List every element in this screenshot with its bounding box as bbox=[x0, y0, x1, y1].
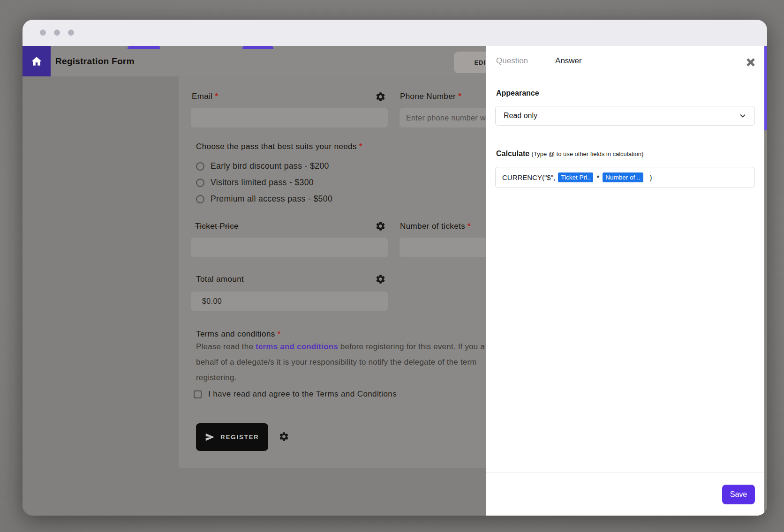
formula-operator: * bbox=[596, 173, 599, 181]
total-amount-label: Total amount bbox=[196, 275, 244, 284]
window-dot bbox=[68, 30, 74, 36]
appearance-selected-value: Read only bbox=[504, 112, 739, 120]
gear-icon bbox=[375, 91, 386, 102]
required-asterisk: * bbox=[467, 222, 471, 231]
radio-visitors-limited[interactable]: Visitors limited pass - $300 bbox=[196, 178, 314, 187]
total-amount-input[interactable]: $0.00 bbox=[191, 292, 388, 311]
window-control-dots bbox=[40, 30, 74, 36]
formula-field-chip-num-tickets[interactable]: Number of .. bbox=[603, 172, 643, 182]
gear-icon bbox=[375, 221, 386, 232]
field-settings-panel: Question Answer Appearance Read only Cal… bbox=[486, 46, 764, 516]
appearance-label: Appearance bbox=[496, 89, 539, 97]
gear-icon bbox=[279, 431, 289, 442]
calculate-formula-input[interactable]: CURRENCY("$",Ticket Pri..*Number of ..) bbox=[495, 167, 755, 188]
phone-label: Phone Number* bbox=[400, 92, 461, 101]
formula-prefix: CURRENCY("$", bbox=[502, 173, 555, 181]
terms-line-3: registering. bbox=[196, 370, 485, 385]
appearance-select[interactable]: Read only bbox=[495, 106, 755, 126]
window-dot bbox=[40, 30, 46, 36]
terms-line-1: Please read the terms and conditions bef… bbox=[196, 339, 485, 354]
close-panel-button[interactable] bbox=[746, 57, 756, 67]
required-asterisk: * bbox=[359, 142, 362, 151]
tab-answer[interactable]: Answer bbox=[555, 56, 582, 66]
ticket-price-settings-gear[interactable] bbox=[375, 221, 386, 232]
required-asterisk: * bbox=[458, 92, 461, 101]
tab-question[interactable]: Question bbox=[496, 56, 528, 66]
formula-field-chip-ticket-price[interactable]: Ticket Pri.. bbox=[558, 172, 593, 182]
email-settings-gear[interactable] bbox=[375, 91, 386, 102]
calculate-hint: (Type @ to use other fields in calculati… bbox=[532, 150, 644, 157]
calculate-label: Calculate (Type @ to use other fields in… bbox=[496, 150, 643, 158]
terms-paragraph: Please read the terms and conditions bef… bbox=[196, 339, 485, 385]
ticket-price-input[interactable] bbox=[191, 238, 388, 257]
register-settings-gear[interactable] bbox=[279, 431, 289, 442]
browser-window: Registration Form EDIT Email* Phone Numb… bbox=[23, 20, 767, 516]
page-edge-strip bbox=[764, 46, 767, 516]
radio-icon[interactable] bbox=[196, 195, 204, 203]
required-asterisk: * bbox=[278, 330, 281, 338]
radio-early-bird[interactable]: Early bird discount pass - $200 bbox=[196, 161, 329, 171]
save-button[interactable]: Save bbox=[722, 485, 755, 504]
radio-icon[interactable] bbox=[196, 162, 204, 171]
formula-suffix: ) bbox=[650, 173, 652, 181]
pass-group-label: Choose the pass that best suits your nee… bbox=[196, 142, 362, 151]
terms-agree-checkbox-row[interactable]: I have read and agree to the Terms and C… bbox=[194, 390, 397, 399]
gear-icon bbox=[375, 274, 386, 285]
home-button[interactable] bbox=[23, 46, 51, 76]
register-button[interactable]: REGISTER bbox=[196, 423, 268, 451]
terms-link[interactable]: terms and conditions bbox=[256, 342, 338, 351]
registration-form-card: Email* Phone Number* Choose the pass tha… bbox=[179, 76, 535, 468]
window-dot bbox=[54, 30, 60, 36]
email-label: Email* bbox=[192, 92, 219, 101]
checkbox-icon[interactable] bbox=[194, 390, 202, 398]
email-input[interactable] bbox=[191, 108, 388, 127]
home-icon bbox=[30, 55, 43, 67]
page-title: Registration Form bbox=[55, 46, 135, 76]
send-icon bbox=[205, 432, 215, 442]
terms-label: Terms and conditions* bbox=[196, 330, 281, 339]
radio-icon[interactable] bbox=[196, 179, 204, 187]
total-amount-settings-gear[interactable] bbox=[375, 274, 386, 285]
close-icon bbox=[746, 57, 756, 67]
panel-tabs: Question Answer bbox=[496, 56, 582, 66]
decor-purple-sliver bbox=[128, 46, 160, 49]
radio-premium-all-access[interactable]: Premium all access pass - $500 bbox=[196, 194, 332, 204]
terms-line-2: behalf of a delegate/s it is your respon… bbox=[196, 354, 485, 370]
chevron-down-icon bbox=[739, 112, 746, 120]
ticket-price-label: Ticket Price bbox=[195, 222, 239, 231]
num-tickets-label: Number of tickets* bbox=[400, 222, 471, 231]
decor-purple-edge bbox=[764, 46, 767, 130]
screenshot-stage: Registration Form EDIT Email* Phone Numb… bbox=[0, 0, 784, 532]
panel-footer: Save bbox=[486, 472, 764, 516]
required-asterisk: * bbox=[215, 92, 219, 101]
decor-purple-sliver bbox=[242, 46, 273, 49]
browser-chrome-bar bbox=[23, 20, 767, 46]
